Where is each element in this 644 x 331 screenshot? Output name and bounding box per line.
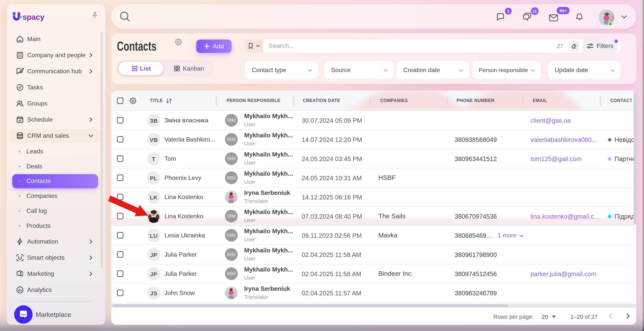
svg-text:spacy: spacy (22, 13, 44, 22)
